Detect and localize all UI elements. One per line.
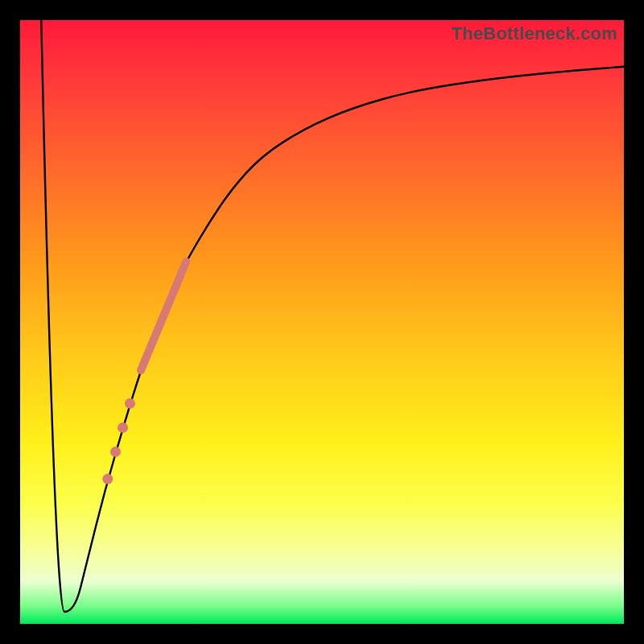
plot-area: TheBottleneck.com [20, 20, 624, 624]
highlight-dot [118, 423, 128, 433]
highlight-band [141, 262, 186, 370]
highlight-dot [125, 398, 135, 409]
highlight-dot [102, 474, 113, 485]
chart-frame: TheBottleneck.com [0, 0, 644, 644]
highlight-dot [110, 447, 121, 457]
chart-svg [20, 20, 624, 624]
bottleneck-curve [41, 20, 624, 612]
